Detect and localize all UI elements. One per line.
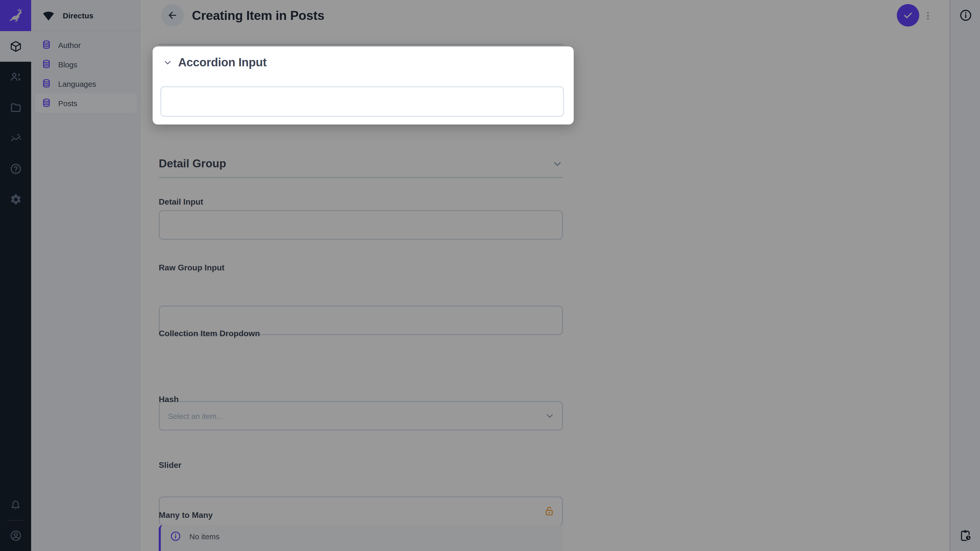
chevron-down-icon: [163, 58, 172, 67]
app-root: Directus Author Blogs: [0, 0, 980, 551]
accordion-input-field[interactable]: [160, 86, 564, 117]
accordion-input-title: Accordion Input: [178, 56, 267, 69]
accordion-input-card: Accordion Input: [153, 46, 574, 124]
accordion-header[interactable]: Accordion Input: [153, 46, 574, 69]
